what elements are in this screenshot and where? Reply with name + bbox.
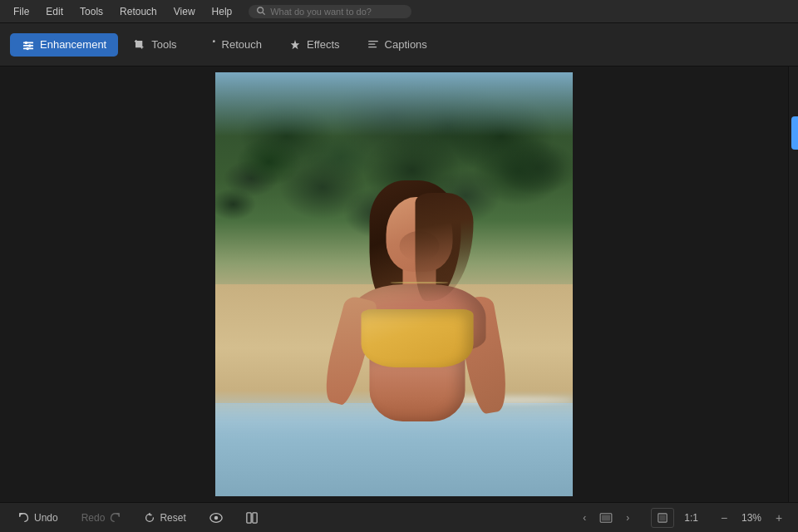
panel-indicator — [791, 116, 798, 150]
search-bar[interactable] — [249, 5, 411, 18]
fullscreen-button[interactable] — [651, 508, 674, 528]
main-content — [0, 66, 798, 502]
tab-retouch-label: Retouch — [222, 38, 262, 51]
filmstrip-icon — [599, 513, 613, 523]
menu-retouch[interactable]: Retouch — [113, 4, 164, 19]
svg-point-8 — [213, 40, 215, 42]
retouch-icon — [204, 38, 217, 52]
torso-lower — [370, 359, 466, 421]
preview-button[interactable] — [201, 509, 231, 527]
search-input[interactable] — [270, 7, 403, 17]
svg-rect-11 — [247, 512, 251, 522]
svg-point-10 — [214, 515, 218, 519]
undo-label: Undo — [34, 512, 58, 524]
undo-button[interactable]: Undo — [10, 509, 66, 527]
effects-icon — [288, 38, 302, 52]
menu-tools[interactable]: Tools — [73, 4, 110, 19]
person — [345, 189, 486, 421]
redo-icon — [109, 512, 121, 524]
bikini-top — [362, 309, 474, 367]
tab-enhancement-label: Enhancement — [40, 38, 106, 51]
reset-button[interactable]: Reset — [135, 509, 194, 527]
tab-retouch[interactable]: Retouch — [192, 33, 273, 57]
hair-front — [416, 193, 474, 301]
menu-edit[interactable]: Edit — [39, 4, 70, 19]
captions-icon — [367, 38, 380, 52]
menu-view[interactable]: View — [167, 4, 202, 19]
bottom-bar: Undo Redo Reset ‹ › 1:1 − 13% — [0, 502, 798, 532]
menu-help[interactable]: Help — [205, 4, 239, 19]
toolbar: Enhancement Tools Retouch Effects Captio… — [0, 23, 798, 66]
tab-tools-label: Tools — [151, 38, 176, 51]
svg-rect-14 — [602, 515, 610, 520]
undo-icon — [18, 512, 30, 524]
zoom-in-button[interactable]: + — [770, 509, 788, 527]
redo-button[interactable]: Redo — [73, 509, 130, 527]
nav-prev-button[interactable]: ‹ — [574, 508, 594, 528]
eye-icon — [209, 512, 223, 524]
reset-icon — [144, 512, 155, 524]
reset-label: Reset — [160, 512, 185, 524]
enhancement-icon — [22, 38, 35, 52]
right-panel — [788, 66, 798, 502]
nav-filmstrip-button[interactable] — [596, 508, 616, 528]
svg-line-1 — [263, 12, 265, 15]
fullscreen-icon — [658, 513, 667, 523]
photo — [215, 72, 573, 496]
compare-button[interactable] — [238, 509, 266, 527]
necklace — [391, 282, 449, 283]
zoom-controls: − 13% + — [715, 509, 788, 527]
canvas-area — [0, 66, 788, 502]
ratio-label: 1:1 — [684, 512, 698, 524]
svg-point-6 — [28, 44, 32, 47]
crop-icon — [133, 38, 146, 52]
tab-enhancement[interactable]: Enhancement — [10, 33, 118, 57]
nav-next-button[interactable]: › — [618, 508, 638, 528]
svg-point-0 — [258, 7, 264, 13]
tab-captions[interactable]: Captions — [355, 33, 439, 57]
zoom-out-button[interactable]: − — [715, 509, 733, 527]
tab-tools[interactable]: Tools — [121, 33, 188, 57]
svg-rect-12 — [253, 512, 257, 522]
search-icon — [257, 7, 266, 16]
compare-icon — [246, 512, 258, 524]
svg-point-5 — [25, 41, 28, 44]
svg-point-7 — [26, 47, 29, 50]
zoom-level: 13% — [736, 512, 766, 524]
redo-label: Redo — [81, 512, 106, 524]
tab-captions-label: Captions — [385, 38, 427, 51]
photo-container — [215, 72, 573, 496]
nav-controls: ‹ › — [574, 508, 638, 528]
svg-rect-16 — [660, 515, 666, 520]
menu-file[interactable]: File — [7, 4, 36, 19]
tab-effects[interactable]: Effects — [277, 33, 352, 57]
tab-effects-label: Effects — [307, 38, 340, 51]
menu-bar: File Edit Tools Retouch View Help — [0, 0, 798, 23]
